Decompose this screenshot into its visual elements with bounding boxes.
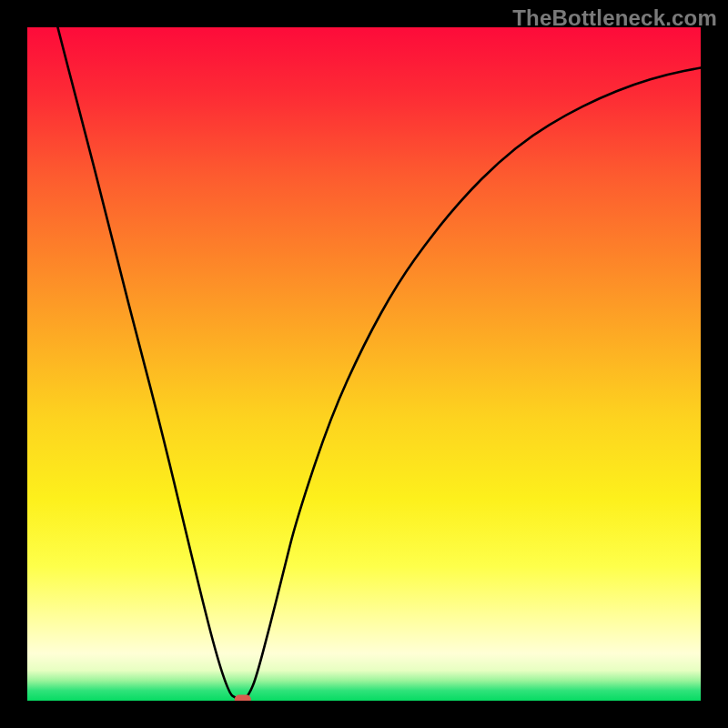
minimum-marker [235, 695, 251, 702]
curve-layer [27, 27, 701, 701]
bottleneck-curve [27, 27, 701, 700]
plot-area [27, 27, 701, 701]
watermark-text: TheBottleneck.com [512, 5, 717, 31]
chart-container: TheBottleneck.com [0, 0, 728, 728]
